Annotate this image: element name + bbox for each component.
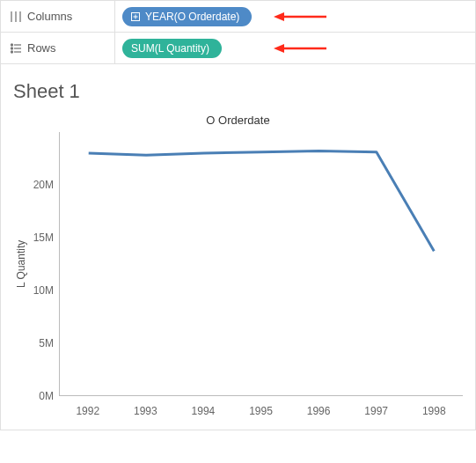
x-tick-label: 1998 <box>405 405 463 417</box>
x-tick-label: 1996 <box>289 405 348 417</box>
columns-shelf-label: Columns <box>27 10 72 23</box>
rows-icon <box>10 42 22 55</box>
svg-point-12 <box>11 51 13 53</box>
arrow-annotation-icon <box>274 42 326 55</box>
rows-shelf-label-cell: Rows <box>1 33 115 63</box>
x-tick-label: 1992 <box>59 405 117 417</box>
y-axis-ticks: 20M15M10M5M0M <box>29 132 59 396</box>
columns-shelf[interactable]: Columns YEAR(O Orderdate) <box>0 0 476 32</box>
columns-shelf-label-cell: Columns <box>1 1 115 32</box>
y-tick-label: 20M <box>33 179 54 191</box>
x-tick-label: 1994 <box>174 405 232 417</box>
chart-x-axis-title: O Orderdate <box>13 114 463 127</box>
svg-marker-15 <box>274 44 284 53</box>
shelves: Columns YEAR(O Orderdate) Rows SUM(L Qua… <box>0 0 476 64</box>
sheet-title[interactable]: Sheet 1 <box>13 80 463 103</box>
y-tick-label: 5M <box>39 337 54 349</box>
rows-pill-area[interactable]: SUM(L Quantity) <box>115 33 476 63</box>
line-series <box>60 132 463 395</box>
columns-pill-label: YEAR(O Orderdate) <box>145 11 239 23</box>
chart-y-axis-title: L Quantity <box>13 132 29 396</box>
svg-point-10 <box>11 48 13 49</box>
rows-shelf[interactable]: Rows SUM(L Quantity) <box>0 32 476 63</box>
rows-shelf-label: Rows <box>27 41 56 55</box>
columns-pill[interactable]: YEAR(O Orderdate) <box>122 7 252 26</box>
chart: L Quantity 20M15M10M5M0M <box>13 132 463 396</box>
svg-marker-7 <box>274 12 284 21</box>
columns-pill-area[interactable]: YEAR(O Orderdate) <box>115 1 476 32</box>
expand-icon[interactable] <box>131 12 140 21</box>
x-axis-ticks: 1992199319941995199619971998 <box>59 396 463 417</box>
rows-pill-label: SUM(L Quantity) <box>131 42 209 55</box>
x-tick-label: 1995 <box>232 405 290 417</box>
columns-icon <box>10 11 22 23</box>
rows-pill[interactable]: SUM(L Quantity) <box>122 39 222 58</box>
svg-point-8 <box>11 44 13 46</box>
y-tick-label: 10M <box>33 284 54 297</box>
x-tick-label: 1993 <box>117 405 175 417</box>
x-tick-label: 1997 <box>348 405 406 417</box>
y-tick-label: 0M <box>39 390 54 402</box>
y-tick-label: 15M <box>33 232 54 244</box>
arrow-annotation-icon <box>274 11 326 23</box>
plot-area[interactable] <box>59 132 463 396</box>
sheet-area: Sheet 1 O Orderdate L Quantity 20M15M10M… <box>0 64 476 430</box>
